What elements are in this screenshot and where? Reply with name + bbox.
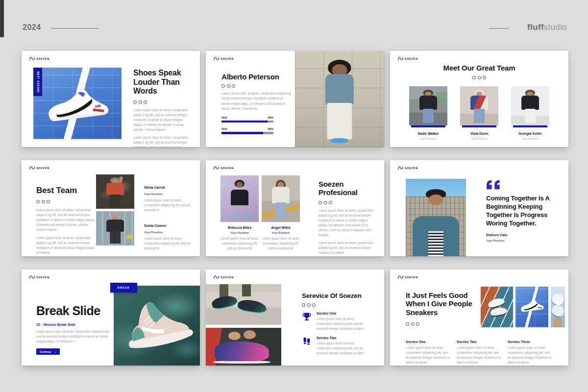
skill-bar-group: Skill80% <box>221 127 273 134</box>
sneaker-court-photo-small <box>515 287 548 327</box>
white-sneaker-illustration-small <box>517 296 546 316</box>
soezen-logo: SOEZEN <box>398 166 418 170</box>
service-item: Service Two Lorem ipsum dolor sit amet, … <box>302 336 376 356</box>
dot-icon <box>307 303 311 307</box>
slide-title: Soezen Profesional <box>318 180 373 197</box>
soezen-logo: SOEZEN <box>29 56 49 61</box>
skill-bar-fill <box>221 132 263 134</box>
header-divider-left <box>51 28 99 29</box>
arrow-right-icon: → <box>53 350 56 353</box>
member-name: Sadie Walker <box>409 132 447 135</box>
quote-portrait-photo <box>406 179 466 256</box>
slide-soezen-profesional[interactable]: SOEZEN Rebecca Miles Your Position Lorem… <box>206 160 384 256</box>
quote-author-position: Your Position <box>486 239 562 242</box>
soezen-logo: SOEZEN <box>29 275 49 279</box>
dot-icon <box>144 100 147 104</box>
body-paragraph: Lorem ipsum dolor sit amet, consectetur … <box>133 108 191 132</box>
slide-title: Serevice Of Soezen <box>302 292 376 300</box>
studio-logo-light: studio <box>544 23 567 32</box>
dot-icon <box>36 200 40 203</box>
member-position: Your Position <box>262 231 300 234</box>
header-divider-right <box>489 28 509 29</box>
skill-bar-group: Skill89% <box>221 116 273 123</box>
body-paragraph: Lorem ipsum dolor sit amet, consectetur … <box>36 236 96 255</box>
footprints-icon <box>302 336 312 346</box>
soezen-logo-text: SOEZEN <box>36 276 49 279</box>
dot-icon <box>232 84 235 88</box>
member-photo <box>220 175 259 222</box>
member-desc: Lorem ipsum dolor sit amet, consectetur … <box>144 198 191 213</box>
trophy-icon <box>302 312 312 321</box>
skill-percent: 89% <box>268 116 273 119</box>
dots-ornament <box>221 84 291 88</box>
slide-feels-good[interactable]: SOEZEN It Just Feels Good When I Give Pe… <box>390 270 568 366</box>
service-name: Service Two <box>457 340 502 343</box>
quote-mark-icon <box>486 180 562 190</box>
soezen-logo-text: SOEZEN <box>220 167 234 170</box>
dot-icon <box>324 201 327 204</box>
service-name: Service One <box>406 340 451 343</box>
soezen-logo-icon <box>214 56 219 61</box>
soezen-logo: SOEZEN <box>398 56 418 61</box>
sneaker-fabric-photo <box>114 286 200 366</box>
soezen-logo: SOEZEN <box>214 166 234 170</box>
slide-title: It Just Feels Good When I Give People Sn… <box>406 291 484 317</box>
soezen-logo: SOEZEN <box>398 275 418 279</box>
slide-title: Alberto Peterson <box>221 73 291 81</box>
dots-ornament <box>133 100 191 104</box>
dot-icon <box>312 303 316 307</box>
member-photo <box>262 175 300 222</box>
dot-icon <box>221 84 225 88</box>
member-desc: Lorem ipsum dolor sit amet, consectetur … <box>262 236 300 251</box>
team-member-card: Rebecca Miles Your Position Lorem ipsum … <box>220 175 259 251</box>
body-paragraph: Lorem ipsum dolor sit amet, consectetur … <box>36 329 113 344</box>
studio-logo-bold: fluff <box>527 23 544 32</box>
accent-bar <box>411 125 445 127</box>
member-name: Silvia Carroll <box>144 186 165 189</box>
break-subtitle: 15 – Minutes Break Slide <box>36 323 113 326</box>
dot-icon <box>42 200 45 203</box>
dot-icon <box>47 200 50 203</box>
dots-ornament <box>36 200 96 203</box>
soezen-logo-icon <box>398 275 403 279</box>
member-name: Georgia Keller <box>511 132 549 135</box>
member-photo <box>409 86 447 125</box>
sneakers-track-photo <box>481 287 513 327</box>
dot-icon <box>478 76 481 79</box>
continue-button[interactable]: Continue → <box>36 348 60 355</box>
slide-best-team[interactable]: SOEZEN Best Team Lorem ipsum dolor sit a… <box>22 160 200 256</box>
slide-break[interactable]: SOEZEN BREAK Break Slide 15 – Minutes Br… <box>22 270 200 366</box>
slide-service[interactable]: SOEZEN Serevice Of Soezen Service One Lo… <box>206 270 384 366</box>
slide-shoes-speak[interactable]: SOEZEN AIR BEST SOEZEN Shoes Speak Loude… <box>22 51 200 147</box>
dot-icon <box>227 84 230 88</box>
member-position: Your Position <box>144 193 191 196</box>
dot-icon <box>329 201 332 204</box>
soezen-logo-text: SOEZEN <box>405 57 418 60</box>
member-position: Your Position <box>511 137 549 140</box>
slide-title: Break Slide <box>36 304 113 318</box>
slide-alberto-peterson[interactable]: SOEZEN Alberto Peterson Lorem ipsum dolo… <box>206 51 384 147</box>
dot-icon <box>483 76 486 79</box>
slide-meet-our-team[interactable]: SOEZEN Meet Our Great Team Sadie Walker … <box>390 51 568 147</box>
soezen-logo-text: SOEZEN <box>220 57 234 60</box>
service-desc: Lorem ipsum dolor sit amet, consectetur … <box>508 345 553 365</box>
service-item: Service One Lorem ipsum dolor sit amet, … <box>302 312 376 331</box>
soezen-logo-icon <box>214 166 219 170</box>
dot-icon <box>139 100 142 104</box>
team-member-card: Sadie Walker Your Position <box>409 86 447 140</box>
member-position: Your Position <box>460 137 498 140</box>
service-desc: Lorem ipsum dolor sit amet, consectetur … <box>457 345 502 365</box>
member-photo <box>511 86 549 125</box>
team-member-card: Angel Willis Your Position Lorem ipsum d… <box>262 175 300 251</box>
slide-quote[interactable]: SOEZEN Coming Together Is A Beginning Ke… <box>390 160 568 256</box>
accent-bar <box>462 125 496 127</box>
sneaker-tying-photo <box>206 328 281 366</box>
service-name: Service One <box>317 312 369 315</box>
service-column: Service One Lorem ipsum dolor sit amet, … <box>406 340 451 365</box>
body-paragraph: Lorem ipsum dolor sit amet, consectetur … <box>36 208 96 232</box>
dot-icon <box>318 201 322 204</box>
sneakers-worn-photo <box>206 284 281 325</box>
shoe-air-label: AIR <box>95 104 101 109</box>
white-sneaker-illustration: AIR <box>40 81 116 130</box>
soezen-logo-text: SOEZEN <box>405 167 418 170</box>
